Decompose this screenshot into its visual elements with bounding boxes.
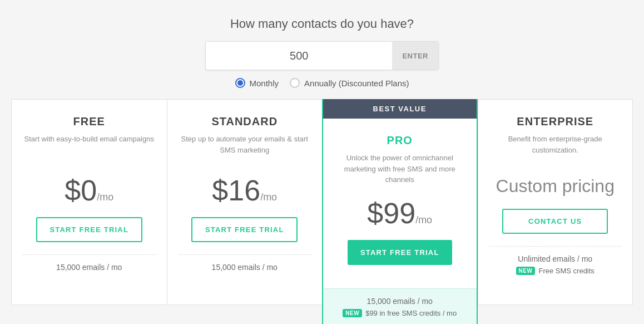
- plan-standard-emails: 15,000 emails / mo: [179, 263, 311, 272]
- plan-free-price: $0/mo: [23, 176, 156, 205]
- standard-divider: [179, 254, 311, 255]
- plan-enterprise-body: ENTERPRISE Benefit from enterprise-grade…: [478, 100, 633, 286]
- plans-section: FREE Start with easy-to-build email camp…: [11, 99, 633, 324]
- monthly-option[interactable]: Monthly: [235, 78, 279, 88]
- plan-standard-body: STANDARD Step up to automate your emails…: [167, 100, 323, 286]
- pro-new-badge: NEW: [343, 309, 362, 317]
- plan-free-cta[interactable]: START FREE TRIAL: [36, 217, 142, 242]
- annually-label: Annually (Discounted Plans): [304, 78, 409, 88]
- plan-free: FREE Start with easy-to-build email camp…: [11, 99, 167, 305]
- plan-pro-emails: 15,000 emails / mo: [334, 297, 465, 306]
- billing-toggle: Monthly Annually (Discounted Plans): [11, 78, 633, 88]
- top-section: How many contacts do you have? ENTER Mon…: [11, 17, 633, 88]
- monthly-label: Monthly: [250, 78, 279, 88]
- plan-pro-price: $99/mo: [334, 199, 465, 228]
- page-wrapper: How many contacts do you have? ENTER Mon…: [0, 0, 644, 324]
- annually-radio[interactable]: [290, 78, 300, 88]
- question-title: How many contacts do you have?: [11, 17, 633, 31]
- plan-standard-desc: Step up to automate your emails & start …: [179, 134, 311, 163]
- plan-standard: STANDARD Step up to automate your emails…: [167, 99, 323, 305]
- plan-standard-amount: $16: [212, 174, 260, 207]
- plan-enterprise-price: Custom pricing: [489, 176, 622, 197]
- best-value-banner: BEST VALUE: [323, 99, 477, 119]
- enter-button[interactable]: ENTER: [392, 42, 438, 70]
- plan-pro-suffix: /mo: [415, 214, 432, 225]
- plan-standard-price: $16/mo: [179, 176, 311, 205]
- plan-standard-cta[interactable]: START FREE TRIAL: [191, 217, 298, 242]
- plan-pro-name: PRO: [334, 134, 465, 147]
- plan-free-emails: 15,000 emails / mo: [23, 263, 156, 272]
- free-divider: [23, 254, 156, 255]
- plan-pro-sms: $99 in free SMS credits / mo: [365, 309, 457, 317]
- plan-free-name: FREE: [23, 115, 156, 128]
- plan-pro-bottom: 15,000 emails / mo NEW $99 in free SMS c…: [323, 288, 477, 325]
- plan-enterprise-cta[interactable]: CONTACT US: [502, 209, 608, 234]
- plan-free-amount: $0: [65, 174, 97, 207]
- plan-standard-name: STANDARD: [179, 115, 311, 128]
- plan-pro-desc: Unlock the power of omnichannel marketin…: [334, 153, 465, 185]
- plan-enterprise-desc: Benefit from enterprise-grade customizat…: [489, 134, 622, 163]
- annually-option[interactable]: Annually (Discounted Plans): [290, 78, 409, 88]
- plan-free-body: FREE Start with easy-to-build email camp…: [12, 100, 167, 286]
- enterprise-new-badge: NEW: [516, 267, 536, 275]
- plan-pro-cta[interactable]: START FREE TRIAL: [348, 240, 452, 265]
- enterprise-divider: [489, 246, 622, 247]
- contacts-input[interactable]: [206, 50, 392, 62]
- plan-pro: BEST VALUE PRO Unlock the power of omnic…: [322, 99, 478, 324]
- plan-enterprise-sms: Free SMS credits: [538, 267, 594, 275]
- monthly-radio[interactable]: [235, 78, 245, 88]
- plan-pro-amount: $99: [367, 197, 415, 229]
- plan-free-desc: Start with easy-to-build email campaigns: [23, 134, 156, 163]
- plan-enterprise-name: ENTERPRISE: [489, 115, 622, 128]
- plan-pro-sms-row: NEW $99 in free SMS credits / mo: [334, 309, 465, 317]
- plan-enterprise-emails: Unlimited emails / mo: [489, 254, 622, 263]
- plan-enterprise: ENTERPRISE Benefit from enterprise-grade…: [478, 99, 633, 305]
- plan-pro-body: PRO Unlock the power of omnichannel mark…: [323, 119, 477, 288]
- plan-free-suffix: /mo: [97, 192, 113, 203]
- contacts-input-wrapper: ENTER: [205, 41, 439, 70]
- plan-standard-suffix: /mo: [260, 192, 277, 203]
- plan-enterprise-sms-row: NEW Free SMS credits: [489, 267, 622, 275]
